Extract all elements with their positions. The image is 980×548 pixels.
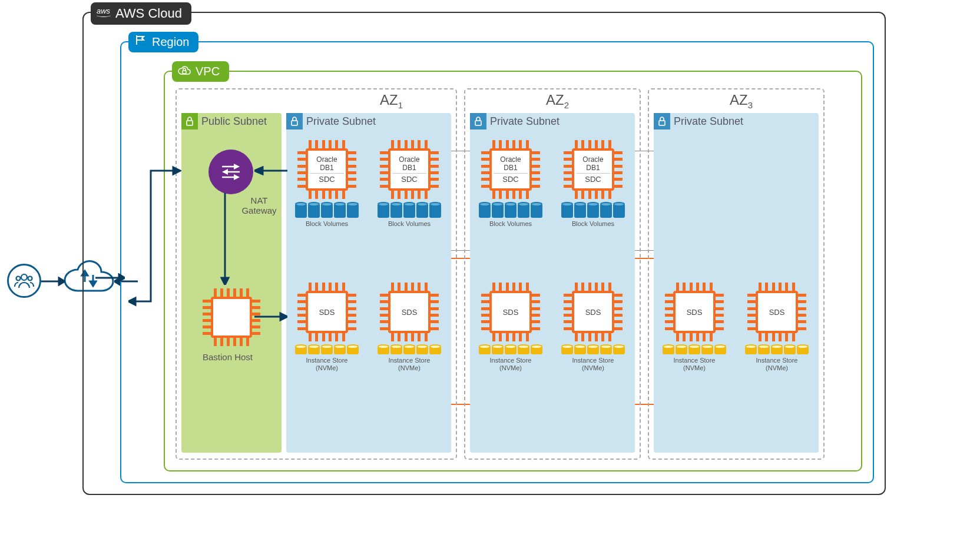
svg-rect-10 bbox=[187, 121, 193, 125]
vpc-text: VPC bbox=[196, 65, 220, 78]
svg-rect-16 bbox=[659, 121, 665, 125]
vpc-container: VPC Dell APEX Block Storage AZ1 bbox=[164, 71, 862, 471]
lock-icon bbox=[286, 113, 303, 129]
architecture-diagram: aws AWS Cloud Region VPC Dell bbox=[6, 6, 974, 542]
oracle-db-sdc-node: Oracle DB1SDCBlock Volumes bbox=[474, 141, 548, 228]
arrow-icon bbox=[254, 312, 287, 321]
lock-icon bbox=[654, 113, 670, 129]
private-subnet-az2: Private Subnet Oracle DB1SDCBlock Volume… bbox=[470, 113, 635, 453]
svg-marker-12 bbox=[234, 174, 240, 180]
public-subnet: Public Subnet NAT Gateway Bastion Host bbox=[181, 113, 282, 453]
aws-logo-icon: aws bbox=[97, 6, 110, 15]
arrow-icon bbox=[128, 166, 181, 307]
arrow-icon bbox=[220, 193, 230, 285]
lock-icon bbox=[181, 113, 198, 129]
public-subnet-label: Public Subnet bbox=[201, 115, 272, 128]
svg-point-2 bbox=[28, 277, 32, 281]
aws-cloud-container: aws AWS Cloud Region VPC Dell bbox=[82, 12, 886, 495]
cloud-lock-icon bbox=[178, 66, 191, 75]
az3-label: AZ3 bbox=[730, 92, 753, 110]
svg-rect-14 bbox=[292, 121, 297, 125]
svg-marker-24 bbox=[128, 298, 135, 305]
availability-zone-3: AZ3 Private Subnet SDSInstance Store(NVM… bbox=[648, 88, 825, 460]
bastion-host-node bbox=[204, 290, 259, 345]
svg-rect-15 bbox=[475, 121, 481, 125]
availability-zone-2: AZ2 Private Subnet Oracle DB1SDCBlock Vo… bbox=[464, 88, 641, 460]
bastion-host-label: Bastion Host bbox=[203, 352, 253, 362]
region-label: Region bbox=[128, 32, 198, 52]
oracle-db-sdc-node: Oracle DB1SDCBlock Volumes bbox=[290, 141, 364, 228]
nat-gateway-icon bbox=[208, 150, 253, 194]
svg-marker-4 bbox=[59, 278, 65, 285]
svg-point-0 bbox=[21, 274, 27, 280]
svg-marker-18 bbox=[254, 167, 263, 174]
flag-icon bbox=[135, 35, 146, 45]
private-subnet-az3: Private Subnet SDSInstance Store(NVMe) S… bbox=[654, 113, 819, 453]
sds-node: SDSInstance Store(NVMe) bbox=[372, 284, 446, 372]
az1-label: AZ1 bbox=[380, 92, 403, 110]
lock-icon bbox=[470, 113, 486, 129]
availability-zone-1: AZ1 Public Subnet NAT Gateway Bastion Ho… bbox=[176, 88, 457, 460]
sds-node: SDSInstance Store(NVMe) bbox=[657, 284, 731, 372]
svg-marker-11 bbox=[234, 164, 240, 170]
region-container: Region VPC Dell APEX Block Storage AZ1 bbox=[120, 41, 874, 483]
svg-rect-9 bbox=[183, 71, 186, 74]
aws-cloud-text: AWS Cloud bbox=[115, 6, 182, 21]
private-subnet-label: Private Subnet bbox=[490, 115, 559, 128]
private-subnet-az1: Private Subnet Oracle DB1SDCBlock Volume… bbox=[286, 113, 451, 453]
svg-marker-22 bbox=[280, 313, 287, 320]
svg-marker-23 bbox=[173, 167, 180, 174]
az2-label: AZ2 bbox=[546, 92, 569, 110]
svg-marker-13 bbox=[222, 169, 228, 175]
nat-gateway-label: NAT Gateway bbox=[237, 195, 282, 215]
aws-cloud-label: aws AWS Cloud bbox=[91, 2, 191, 25]
svg-point-1 bbox=[16, 277, 21, 281]
region-text: Region bbox=[152, 35, 189, 48]
oracle-db-sdc-node: Oracle DB1SDCBlock Volumes bbox=[556, 141, 630, 228]
vpc-label: VPC bbox=[172, 61, 229, 82]
sds-node: SDSInstance Store(NVMe) bbox=[740, 284, 814, 372]
svg-marker-20 bbox=[221, 278, 229, 285]
private-subnet-label: Private Subnet bbox=[306, 115, 376, 128]
sds-node: SDSInstance Store(NVMe) bbox=[474, 284, 548, 372]
sds-node: SDSInstance Store(NVMe) bbox=[290, 284, 364, 372]
sds-node: SDSInstance Store(NVMe) bbox=[556, 284, 630, 372]
users-icon bbox=[7, 264, 41, 298]
arrow-icon bbox=[254, 166, 287, 175]
oracle-db-sdc-node: Oracle DB1SDCBlock Volumes bbox=[372, 141, 446, 228]
private-subnet-label: Private Subnet bbox=[674, 115, 743, 128]
svg-marker-8 bbox=[119, 274, 125, 281]
